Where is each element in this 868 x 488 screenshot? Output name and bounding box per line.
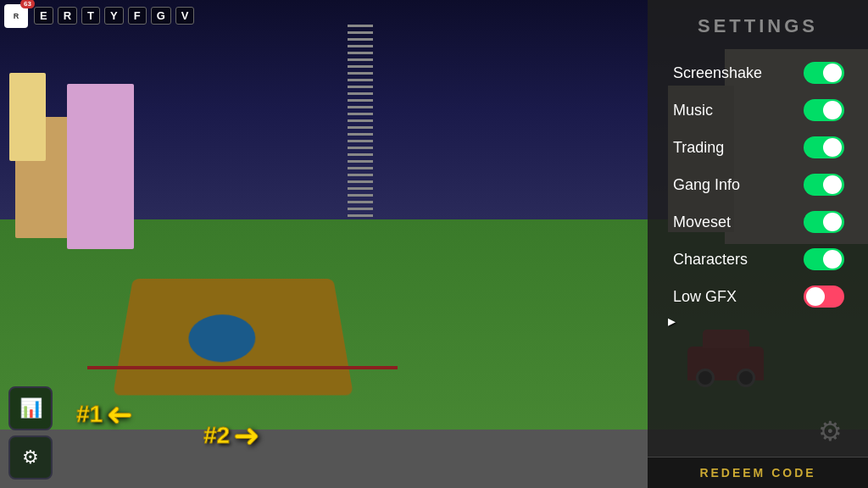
settings-row-moveset: Moveset xyxy=(648,203,868,241)
arrow-2-label: #2 xyxy=(203,422,230,449)
hud-bottom-left: 📊 ⚙ xyxy=(8,386,53,480)
redeem-code-bar[interactable]: REDEEM CODE xyxy=(648,457,868,488)
settings-row-characters: Characters xyxy=(648,241,868,278)
toggle-knob-lowgfx xyxy=(806,287,825,306)
toggle-trading[interactable] xyxy=(804,136,844,158)
settings-panel: SETTINGS Screenshake Music Trading Gang … xyxy=(648,0,868,488)
arrow-1-label: #1 xyxy=(76,401,103,428)
settings-row-screenshake: Screenshake xyxy=(648,54,868,92)
settings-row-music: Music xyxy=(648,92,868,129)
toggle-knob-music xyxy=(823,101,842,119)
roblox-logo-area: R 63 xyxy=(4,4,28,28)
toggle-lowgfx[interactable] xyxy=(804,286,844,308)
arrow-2-icon: ➜ xyxy=(233,417,260,454)
roblox-icon: R 63 xyxy=(4,4,28,28)
key-y: Y xyxy=(104,7,124,25)
settings-label-characters: Characters xyxy=(673,251,748,269)
building-3 xyxy=(9,73,46,161)
key-r: R xyxy=(58,7,77,25)
settings-label-trading: Trading xyxy=(673,139,724,157)
key-t: T xyxy=(81,7,100,25)
settings-row-trading: Trading xyxy=(648,129,868,166)
arrow-label-1: #1 ➜ xyxy=(76,396,133,433)
park xyxy=(70,230,434,401)
settings-label-ganginfo: Gang Info xyxy=(673,176,740,194)
toggle-knob-screenshake xyxy=(823,64,842,82)
keyboard-hint: E R T Y F G V xyxy=(34,7,194,25)
settings-title: SETTINGS xyxy=(648,0,868,47)
settings-label-moveset: Moveset xyxy=(673,214,731,231)
toggle-ganginfo[interactable] xyxy=(804,174,844,196)
key-e: E xyxy=(34,7,53,25)
key-g: G xyxy=(151,7,171,25)
toggle-screenshake[interactable] xyxy=(804,62,844,84)
tower xyxy=(348,25,374,219)
settings-label-lowgfx: Low GFX xyxy=(673,288,737,306)
toggle-music[interactable] xyxy=(804,99,844,121)
arrow-label-2: #2 ➜ xyxy=(203,417,260,454)
settings-items: Screenshake Music Trading Gang Info Move xyxy=(648,47,868,457)
settings-icon: ⚙ xyxy=(22,446,39,469)
stats-icon: 📊 xyxy=(19,397,42,419)
toggle-knob-trading xyxy=(823,138,842,157)
settings-button[interactable]: ⚙ xyxy=(8,435,53,480)
arrow-1-icon: ➜ xyxy=(106,396,133,433)
stats-button[interactable]: 📊 xyxy=(8,386,53,430)
settings-gear-icon: ⚙ xyxy=(818,415,843,447)
fountain-water xyxy=(187,315,256,363)
settings-row-ganginfo: Gang Info xyxy=(648,166,868,203)
roblox-badge: 63 xyxy=(20,0,35,8)
settings-label-screenshake: Screenshake xyxy=(673,64,762,82)
toggle-characters[interactable] xyxy=(804,248,844,270)
toggle-knob-characters xyxy=(823,250,842,269)
settings-label-music: Music xyxy=(673,102,713,119)
toggle-knob-moveset xyxy=(823,213,842,231)
toggle-moveset[interactable] xyxy=(804,211,844,233)
toggle-knob-ganginfo xyxy=(823,175,842,194)
key-f: F xyxy=(128,7,147,25)
fence xyxy=(87,366,398,400)
key-v: V xyxy=(175,7,195,25)
settings-row-lowgfx: Low GFX xyxy=(648,278,868,315)
building-2 xyxy=(67,84,134,248)
